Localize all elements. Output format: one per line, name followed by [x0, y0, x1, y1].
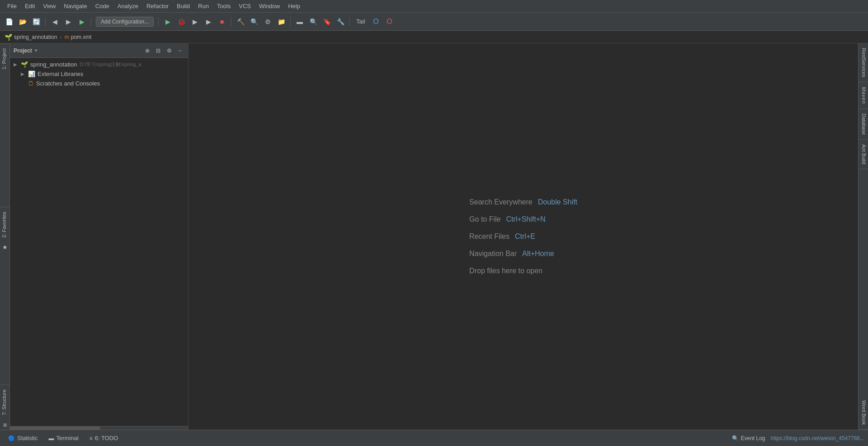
libs-label: External Libraries — [38, 71, 83, 77]
extra-btn-2[interactable]: O — [383, 15, 396, 28]
plugins-btn[interactable]: 🔧 — [334, 15, 347, 28]
statistic-label: Statistic — [17, 435, 38, 441]
recent-shortcut[interactable]: Ctrl+E — [515, 232, 535, 241]
separator-2 — [91, 17, 91, 26]
bottom-bar: 🔵 Statistic ▬ Terminal ≡ 6: TODO 🔍 Event… — [0, 430, 868, 446]
project-header-icons: ⊕ ⊟ ⚙ − — [143, 46, 184, 55]
vcs-btn[interactable]: 📁 — [275, 15, 288, 28]
project-tree: ▶ 🌱 spring_annotation D:\学习\spring注解\spr… — [10, 58, 188, 426]
root-arrow: ▶ — [14, 62, 21, 67]
project-settings-btn[interactable]: ⚙ — [165, 46, 174, 55]
breadcrumb-separator: › — [60, 33, 61, 40]
open-btn[interactable]: 📂 — [16, 15, 29, 28]
separator-3 — [158, 17, 159, 26]
bookmark-btn[interactable]: 🔖 — [321, 15, 333, 28]
run-recent-btn[interactable]: ▶ — [75, 15, 88, 28]
extra-btn-1[interactable]: O — [370, 15, 382, 28]
settings-btn[interactable]: ⚙ — [261, 15, 274, 28]
breadcrumb-file[interactable]: pom.xml — [71, 34, 91, 40]
scratch-icon: 🗒 — [28, 80, 34, 87]
sync-btn[interactable]: 🔄 — [30, 15, 42, 28]
editor-area: Search Everywhere Double Shift Go to Fil… — [189, 43, 858, 430]
right-spacer — [859, 169, 868, 396]
separator-5 — [290, 17, 291, 26]
maven-tab[interactable]: Maven — [859, 82, 868, 109]
stop-btn[interactable]: ■ — [216, 15, 228, 28]
menu-code[interactable]: Code — [92, 1, 113, 11]
search-shortcut[interactable]: Double Shift — [538, 198, 577, 206]
scratches-label: Scratches and Consoles — [36, 80, 100, 87]
run-profile-btn[interactable]: ▶ — [202, 15, 215, 28]
separator-4 — [231, 17, 231, 26]
terminal-panel-btn[interactable]: ▬ — [293, 15, 306, 28]
star-icon: ★ — [0, 242, 9, 252]
nav-shortcut[interactable]: Alt+Home — [522, 250, 554, 258]
menu-run[interactable]: Run — [194, 1, 212, 11]
favorites-tab[interactable]: 2: Favorites — [0, 207, 9, 242]
menu-build[interactable]: Build — [173, 1, 193, 11]
separator-6 — [349, 17, 350, 26]
url-text[interactable]: https://blog.csdn.net/weixin_4547768... — [771, 435, 864, 441]
event-log-icon: 🔍 — [732, 435, 739, 441]
menu-window[interactable]: Window — [255, 1, 283, 11]
run-coverage-btn[interactable]: ▶ — [189, 15, 201, 28]
menu-refactor[interactable]: Refactor — [143, 1, 172, 11]
ant-build-tab[interactable]: Ant Build — [859, 140, 868, 169]
add-scope-btn[interactable]: ⊕ — [143, 46, 152, 55]
build-btn[interactable]: 🔨 — [234, 15, 247, 28]
tree-root[interactable]: ▶ 🌱 spring_annotation D:\学习\spring注解\spr… — [10, 60, 188, 69]
project-dropdown-icon[interactable]: ▼ — [34, 48, 38, 53]
find-btn[interactable]: 🔍 — [307, 15, 320, 28]
menu-edit[interactable]: Edit — [21, 1, 38, 11]
forward-btn[interactable]: ▶ — [62, 15, 75, 28]
run-btn[interactable]: ▶ — [161, 15, 174, 28]
scope-settings-btn[interactable]: ⊟ — [154, 46, 163, 55]
tree-scrollbar[interactable] — [10, 426, 188, 430]
project-header: Project ▼ ⊕ ⊟ ⚙ − — [10, 43, 188, 58]
database-tab[interactable]: Database — [859, 109, 868, 140]
event-log-btn[interactable]: 🔍 Event Log — [732, 435, 765, 441]
search-row: Search Everywhere Double Shift — [469, 198, 577, 206]
todo-tab[interactable]: ≡ 6: TODO — [85, 433, 123, 443]
todo-label: 6: TODO — [95, 435, 118, 441]
add-configuration-btn[interactable]: Add Configuration... — [96, 17, 154, 27]
tree-scratches[interactable]: ▶ 🗒 Scratches and Consoles — [10, 79, 188, 88]
new-project-btn[interactable]: 📄 — [3, 15, 15, 28]
nav-label: Navigation Bar — [469, 250, 517, 258]
search-everywhere-btn[interactable]: 🔍 — [248, 15, 260, 28]
menu-help[interactable]: Help — [284, 1, 304, 11]
rest-services-tab[interactable]: RestServices — [859, 43, 868, 82]
terminal-tab[interactable]: ▬ Terminal — [44, 433, 83, 443]
terminal-label: Terminal — [57, 435, 79, 441]
project-tab[interactable]: 1: Project — [0, 43, 9, 74]
scrollbar-thumb — [10, 427, 100, 430]
project-panel: Project ▼ ⊕ ⊟ ⚙ − ▶ 🌱 spring_annotation … — [10, 43, 189, 430]
menu-view[interactable]: View — [39, 1, 59, 11]
nav-row: Navigation Bar Alt+Home — [469, 250, 577, 258]
root-label: spring_annotation — [30, 61, 77, 68]
goto-label: Go to File — [469, 215, 500, 223]
menu-bar: File Edit View Navigate Code Analyze Ref… — [0, 0, 868, 13]
main-content: 1: Project 2: Favorites ★ 7: Structure ⊞… — [0, 43, 868, 430]
event-log-label: Event Log — [741, 435, 765, 441]
menu-vcs[interactable]: VCS — [235, 1, 255, 11]
menu-tools[interactable]: Tools — [213, 1, 234, 11]
libs-icon: 📊 — [28, 71, 35, 77]
goto-shortcut[interactable]: Ctrl+Shift+N — [506, 215, 545, 223]
root-path: D:\学习\spring注解\spring_a — [80, 61, 141, 68]
structure-tab[interactable]: 7: Structure — [0, 384, 9, 420]
menu-file[interactable]: File — [4, 1, 20, 11]
right-side-panels: RestServices Maven Database Ant Build Wo… — [858, 43, 868, 430]
menu-analyze[interactable]: Analyze — [114, 1, 142, 11]
menu-navigate[interactable]: Navigate — [60, 1, 90, 11]
spring-icon: 🌱 — [21, 61, 28, 68]
tree-external-libs[interactable]: ▶ 📊 External Libraries — [10, 69, 188, 79]
tail-btn[interactable]: Tail — [353, 17, 369, 26]
run-debug-btn[interactable]: 🐞 — [175, 15, 188, 28]
statistic-tab[interactable]: 🔵 Statistic — [4, 433, 42, 443]
breadcrumb-project[interactable]: spring_annotation — [14, 34, 57, 40]
drop-row: Drop files here to open — [469, 267, 577, 275]
word-book-tab[interactable]: Word Book — [859, 396, 868, 430]
back-btn[interactable]: ◀ — [48, 15, 61, 28]
close-panel-btn[interactable]: − — [175, 46, 184, 55]
